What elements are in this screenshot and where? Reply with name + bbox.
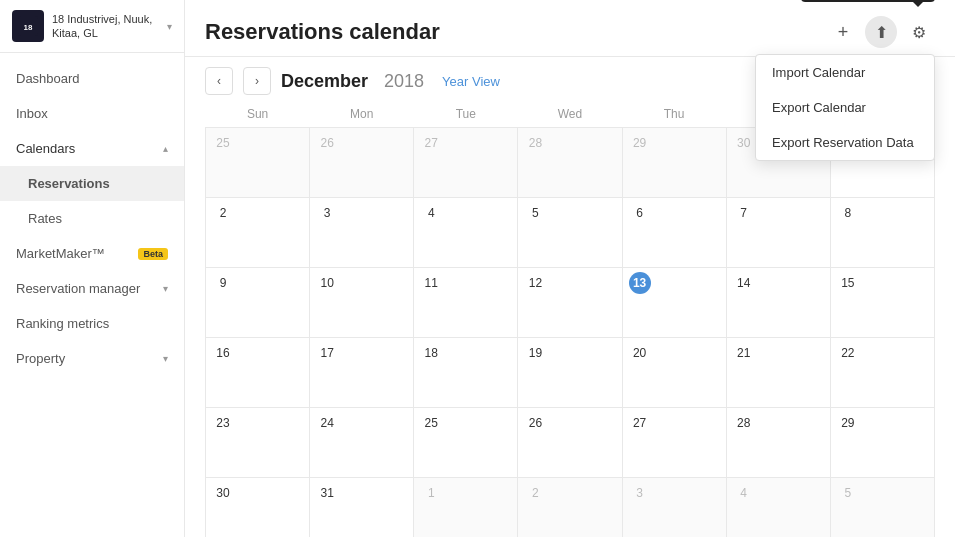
property-chevron-icon: ▾	[163, 353, 168, 364]
add-button[interactable]: +	[827, 16, 859, 48]
calendar-cell[interactable]: 1	[414, 478, 518, 538]
sidebar-item-inbox[interactable]: Inbox	[0, 96, 184, 131]
calendar-cell[interactable]: 25	[414, 408, 518, 478]
sidebar-item-property[interactable]: Property ▾	[0, 341, 184, 376]
calendar-cell[interactable]: 12	[518, 268, 622, 338]
calendar-cell[interactable]: 23	[206, 408, 310, 478]
calendar-cell[interactable]: 5	[830, 478, 934, 538]
sidebar-item-rates[interactable]: Rates	[0, 201, 184, 236]
calendar-cell[interactable]: 21	[726, 338, 830, 408]
calendar-grid: Sun Mon Tue Wed Thu Fri Sat 252627282930…	[205, 103, 935, 537]
gear-icon: ⚙	[912, 23, 926, 42]
day-number: 15	[837, 272, 859, 294]
calendar-cell[interactable]: 28	[726, 408, 830, 478]
calendar-cell[interactable]: 11	[414, 268, 518, 338]
col-thu: Thu	[622, 103, 726, 128]
calendar-cell[interactable]: 26	[310, 128, 414, 198]
calendar-cell[interactable]: 27	[622, 408, 726, 478]
day-number: 29	[629, 132, 651, 154]
import-export-tooltip: Import/Export Calendar	[801, 0, 935, 2]
calendar-cell[interactable]: 3	[310, 198, 414, 268]
day-number: 31	[316, 482, 338, 504]
col-tue: Tue	[414, 103, 518, 128]
day-number: 27	[420, 132, 442, 154]
calendar-cell[interactable]: 7	[726, 198, 830, 268]
day-number: 26	[524, 412, 546, 434]
year-view-link[interactable]: Year View	[442, 74, 500, 89]
calendar-cell[interactable]: 29	[622, 128, 726, 198]
day-number: 29	[837, 412, 859, 434]
calendar-cell[interactable]: 6	[622, 198, 726, 268]
settings-button[interactable]: ⚙	[903, 16, 935, 48]
calendar-cell[interactable]: 24	[310, 408, 414, 478]
calendar-week-row: 303112345	[206, 478, 935, 538]
calendar-cell[interactable]: 31	[310, 478, 414, 538]
day-number: 5	[837, 482, 859, 504]
calendar-cell[interactable]: 30	[206, 478, 310, 538]
calendar-cell[interactable]: 27	[414, 128, 518, 198]
import-export-button[interactable]: ⬆	[865, 16, 897, 48]
day-number: 27	[629, 412, 651, 434]
calendar-cell[interactable]: 19	[518, 338, 622, 408]
sidebar-chevron-icon: ▾	[167, 21, 172, 32]
calendar-week-row: 9101112131415	[206, 268, 935, 338]
day-number: 30	[212, 482, 234, 504]
calendar-cell[interactable]: 4	[726, 478, 830, 538]
calendar-cell[interactable]: 16	[206, 338, 310, 408]
calendar-cell[interactable]: 26	[518, 408, 622, 478]
page-title: Reservations calendar	[205, 19, 440, 45]
sidebar-item-marketmaker[interactable]: MarketMaker™ Beta	[0, 236, 184, 271]
day-number: 10	[316, 272, 338, 294]
calendar-cell[interactable]: 13	[622, 268, 726, 338]
day-number: 4	[733, 482, 755, 504]
calendar-cell[interactable]: 22	[830, 338, 934, 408]
calendar-cell[interactable]: 14	[726, 268, 830, 338]
chevron-right-icon: ›	[255, 74, 259, 88]
calendar-cell[interactable]: 18	[414, 338, 518, 408]
upload-icon: ⬆	[875, 23, 888, 42]
sidebar-item-dashboard[interactable]: Dashboard	[0, 61, 184, 96]
day-number: 28	[524, 132, 546, 154]
sidebar-location-text: 18 Industrivej, Nuuk, Kitaa, GL	[52, 12, 159, 41]
sidebar-item-reservation-manager[interactable]: Reservation manager ▾	[0, 271, 184, 306]
calendar-cell[interactable]: 2	[206, 198, 310, 268]
sidebar-item-calendars[interactable]: Calendars ▴	[0, 131, 184, 166]
calendar-cell[interactable]: 8	[830, 198, 934, 268]
calendar-cell[interactable]: 9	[206, 268, 310, 338]
sidebar-item-reservations[interactable]: Reservations	[0, 166, 184, 201]
calendar-cell[interactable]: 28	[518, 128, 622, 198]
sidebar-header[interactable]: 18 18 Industrivej, Nuuk, Kitaa, GL ▾	[0, 0, 184, 53]
day-number: 20	[629, 342, 651, 364]
day-number: 25	[212, 132, 234, 154]
prev-month-button[interactable]: ‹	[205, 67, 233, 95]
calendar-cell[interactable]: 29	[830, 408, 934, 478]
calendar-cell[interactable]: 4	[414, 198, 518, 268]
export-reservation-data-item[interactable]: Export Reservation Data	[756, 125, 934, 160]
day-number: 12	[524, 272, 546, 294]
day-number: 26	[316, 132, 338, 154]
calendar-cell[interactable]: 25	[206, 128, 310, 198]
sidebar-item-ranking-metrics[interactable]: Ranking metrics	[0, 306, 184, 341]
calendar-cell[interactable]: 15	[830, 268, 934, 338]
import-calendar-item[interactable]: Import Calendar	[756, 55, 934, 90]
col-mon: Mon	[310, 103, 414, 128]
calendar-cell[interactable]: 2	[518, 478, 622, 538]
calendar-week-row: 16171819202122	[206, 338, 935, 408]
export-calendar-item[interactable]: Export Calendar	[756, 90, 934, 125]
calendar-cell[interactable]: 20	[622, 338, 726, 408]
calendar-cell[interactable]: 17	[310, 338, 414, 408]
reservation-manager-chevron-icon: ▾	[163, 283, 168, 294]
day-number: 2	[212, 202, 234, 224]
calendar-cell[interactable]: 10	[310, 268, 414, 338]
svg-text:18: 18	[24, 23, 33, 32]
day-number: 8	[837, 202, 859, 224]
day-number: 22	[837, 342, 859, 364]
next-month-button[interactable]: ›	[243, 67, 271, 95]
day-number: 18	[420, 342, 442, 364]
main-content: Reservations calendar Import/Export Cale…	[185, 0, 955, 537]
calendar-cell[interactable]: 3	[622, 478, 726, 538]
day-number: 7	[733, 202, 755, 224]
chevron-left-icon: ‹	[217, 74, 221, 88]
calendar-cell[interactable]: 5	[518, 198, 622, 268]
day-number: 2	[524, 482, 546, 504]
